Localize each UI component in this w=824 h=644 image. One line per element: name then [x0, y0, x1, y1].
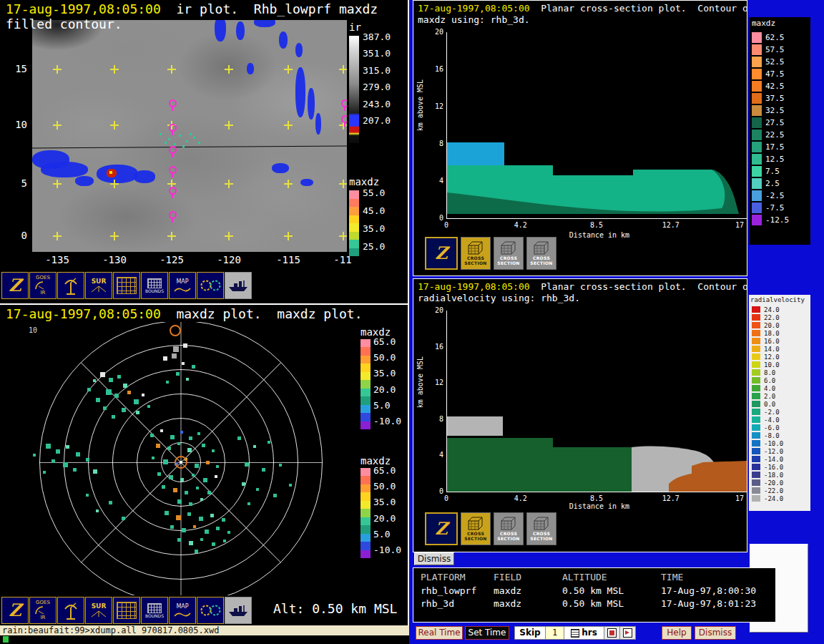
maxdz-colorbar [349, 190, 359, 256]
colorbar-value: 351.0 [363, 48, 397, 59]
cold-cloud-region [41, 162, 88, 177]
zeb-logo-button[interactable]: Z [425, 237, 458, 270]
x-axis-label: Distance in km [556, 231, 642, 239]
colorbar-entry: -22.0 [752, 487, 783, 494]
radar-echo [170, 435, 175, 439]
radar-echo [247, 502, 250, 505]
satellite-image[interactable] [32, 20, 347, 252]
axis-tick-label: 4.2 [512, 221, 529, 229]
colorbar-swatch [752, 322, 760, 328]
toolbar-button-surveillance[interactable]: SUR [85, 597, 112, 624]
ir-colorbar-label: ir [349, 21, 361, 33]
toolbar-button-radar-antenna[interactable] [57, 597, 84, 624]
colorbar-value: 35.0 [373, 368, 406, 379]
skip-button[interactable]: Skip [514, 626, 546, 640]
radar-echo [185, 491, 188, 494]
latlon-grid-mark [225, 65, 233, 74]
cross-section-button-3[interactable]: CROSSSECTION [526, 237, 556, 270]
xsec-maxdz-panel: 17-aug-1997,08:05:00 Planar cross-sectio… [413, 0, 747, 276]
radar-echo [210, 514, 214, 517]
colorbar-label: maxdz [752, 19, 775, 28]
toolbar-button-grid[interactable] [113, 597, 140, 624]
radar-echo [162, 485, 165, 489]
terminal-window[interactable]: rain:beaufait:99>xdump.all 970817.0805.x… [0, 625, 409, 635]
cross-section-button-2[interactable]: CROSSSECTION [494, 237, 524, 270]
latlon-grid-mark [225, 121, 233, 130]
colorbar-band [360, 421, 371, 429]
ir-colorbar-values: 387.0351.0315.0279.0243.0207.0 [363, 31, 397, 126]
hrs-button[interactable]: hrs [564, 626, 604, 640]
axis-tick-label: 10 [7, 119, 27, 130]
latlon-grid-mark [225, 180, 233, 188]
colorbar-band [360, 413, 371, 421]
maxdz-colorbar-values: 55.045.035.025.0 [363, 187, 397, 252]
toolbar-button-radar-antenna[interactable] [57, 272, 84, 299]
colorbar-swatch [752, 456, 760, 462]
echo-dot [165, 142, 167, 144]
ppi-toolbar: ZGOESIRSURBOUNDSMAP [1, 597, 252, 624]
time-step-back-button[interactable] [604, 626, 620, 640]
real-time-button[interactable]: Real Time [416, 626, 463, 640]
time-step-forward-button[interactable] [620, 626, 636, 640]
help-button[interactable]: Help [662, 626, 692, 640]
cross-section-button-1[interactable]: CROSSSECTION [461, 512, 491, 545]
latlon-grid-mark [339, 65, 347, 74]
toolbar-button-bounds[interactable]: BOUNDS [141, 272, 168, 299]
radar-echo [163, 459, 168, 464]
colorbar-entry: -2.5 [752, 190, 789, 202]
radar-echo [142, 394, 144, 396]
colorbar-entry: -6.0 [752, 424, 783, 431]
xsec-plot[interactable] [446, 32, 747, 219]
cross-section-button-1[interactable]: CROSSSECTION [461, 237, 491, 270]
toolbar-button-bounds[interactable]: BOUNDS [141, 597, 168, 624]
colorbar-entry: 20.0 [752, 321, 783, 329]
set-time-button[interactable]: Set Time [465, 626, 509, 640]
toolbar-button-grid[interactable] [113, 272, 140, 299]
colorbar-band [360, 492, 371, 500]
dismiss-datalist-button[interactable]: Dismiss [414, 552, 454, 565]
radar-echo [256, 488, 259, 491]
colorbar-entry: 10.0 [752, 361, 783, 369]
colorbar-entry: -10.0 [752, 439, 783, 447]
radar-echo [93, 379, 96, 382]
skip-value-input[interactable]: 1 [546, 626, 564, 640]
toolbar-button-config-gears[interactable] [197, 597, 224, 624]
colorbar-value: -12.5 [765, 215, 789, 225]
colorbar-entry: 24.0 [752, 306, 783, 313]
toolbar-button-map[interactable]: MAP [169, 597, 196, 624]
colorbar-value: 20.0 [373, 384, 406, 395]
zeb-logo-button[interactable]: Z [425, 512, 458, 545]
radar-echo [245, 462, 249, 467]
cold-cloud-region [75, 176, 94, 186]
colorbar-value: -20.0 [764, 479, 783, 487]
radar-echo [127, 391, 131, 394]
toolbar-button-surveillance[interactable]: SUR [85, 272, 112, 299]
colorbar-value: 62.5 [765, 33, 785, 42]
colorbar-entry: -24.0 [752, 494, 783, 502]
axis-tick-label: 8.5 [588, 221, 605, 229]
toolbar-button-goes-ir[interactable]: GOESIR [29, 272, 57, 299]
colorbar-value: 0.0 [764, 401, 775, 408]
toolbar-button-ship[interactable] [225, 597, 252, 624]
colorbar-swatch [752, 338, 760, 344]
toolbar-button-map[interactable]: MAP [169, 272, 196, 299]
ppi-plot[interactable]: 10 [1, 322, 359, 595]
toolbar-button-zebra-logo[interactable]: Z [1, 597, 29, 624]
toolbar-button-config-gears[interactable] [197, 272, 224, 299]
toolbar-button-goes-ir[interactable]: GOESIR [29, 597, 57, 624]
radar-echo [163, 356, 167, 361]
radar-echo [123, 384, 127, 388]
cross-section-button-3[interactable]: CROSSSECTION [526, 512, 556, 545]
colorbar-band [349, 232, 359, 240]
xsec-plot[interactable] [446, 311, 747, 492]
radar-echo [106, 389, 112, 395]
axis-tick-label: 0 [438, 494, 455, 502]
dismiss-controlbar-button[interactable]: Dismiss [695, 626, 736, 640]
toolbar-button-zebra-logo[interactable]: Z [1, 272, 29, 299]
toolbar-button-ship[interactable] [225, 272, 252, 299]
colorbar-value: 10.0 [764, 361, 780, 369]
time-marker-icon [607, 628, 617, 638]
cross-section-button-2[interactable]: CROSSSECTION [494, 512, 524, 545]
colorbar-entry: 22.5 [752, 129, 789, 141]
panel-title: 17-aug-1997,08:05:00 ir plot. Rhb_lowprf… [6, 1, 378, 16]
